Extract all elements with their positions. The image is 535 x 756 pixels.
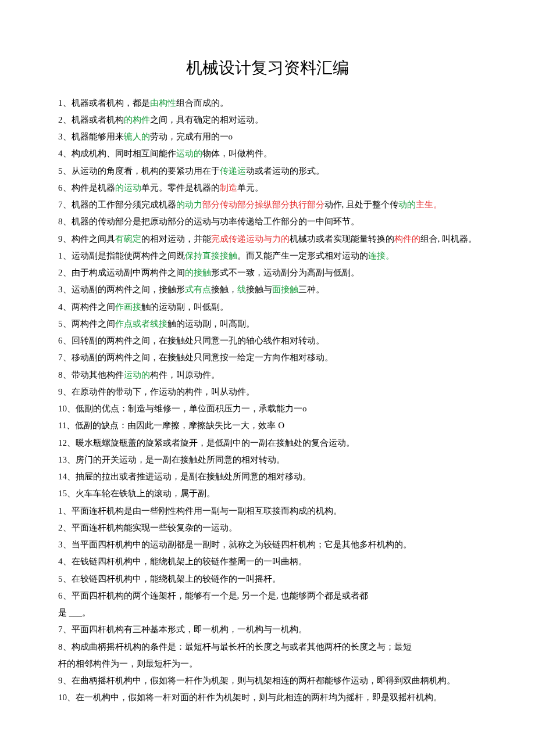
text-segment: 6、平面四杆机构的两个连架杆，能够有一个是, 另一个是, 也能够两个都是或者都 (58, 591, 368, 600)
text-segment: 1、运动副是指能使两构件之间既 (58, 251, 185, 260)
text-line: 1、运动副是指能使两构件之间既保持直接接触。而又能产生一定形式相对运动的连接。 (58, 248, 477, 264)
text-segment: 运动的 (176, 149, 202, 158)
text-segment: 部分传动部分操纵部分执行部分 (202, 200, 324, 209)
text-line: 10、低副的优点：制造与维修一，单位面积压力一，承载能力一o (58, 400, 477, 417)
text-line: 11、低副的缺点：由因此一摩擦，摩擦缺失比一大，效率 O (58, 417, 477, 434)
text-segment: 4、在钱链四杆机构中，能绕机架上的较链作整周一的一叫曲柄。 (58, 557, 307, 566)
text-segment: 2、机器或者机构 (58, 115, 124, 124)
text-segment: 7、移动副的两构件之间，在接触处只同意按一给定一方向作相对移动。 (58, 353, 333, 362)
text-segment: 8、构成曲柄摇杆机构的条件是：最短杆与最长杆的长度之与或者其他两杆的长度之与；最… (58, 642, 412, 651)
text-segment: 2、平面连杆机构能实现一些较复杂的一运动。 (58, 523, 237, 532)
text-segment: 连接。 (368, 251, 394, 260)
text-segment: 由构性 (150, 98, 176, 108)
text-segment: 的运动 (115, 183, 141, 192)
text-segment: 组合, 叫机器。 (420, 234, 477, 243)
text-segment: 4、两构件之间 (58, 302, 115, 311)
text-segment: 传递运 (220, 166, 246, 175)
text-segment: 11、低副的缺点：由因此一摩擦，摩擦缺失比一大，效率 O (58, 421, 284, 430)
text-segment: 2、由于构成运动副中两构件之间 (58, 268, 185, 277)
text-segment: 7、机器的工作部分须完成机器 (58, 200, 176, 209)
text-segment: 主生。 (416, 200, 442, 209)
text-line: 8、构成曲柄摇杆机构的条件是：最短杆与最长杆的长度之与或者其他两杆的长度之与；最… (58, 639, 477, 655)
text-line: 7、平面四杆机构有三种基本形式，即一机构，一机构与一机构。 (58, 621, 477, 638)
text-line: 9、构件之间具有碗定的相对运动，并能完成传递运动与力的机械功或者实现能量转换的构… (58, 231, 477, 248)
text-segment: 8、带动其他构件 (58, 370, 124, 379)
text-line: 1、平面连杆机构是由一些刚性构件用一副与一副相互联接而构成的机构。 (58, 503, 477, 519)
text-segment: 3、运动副的两构件之间，接触形 (58, 285, 185, 294)
text-segment: 8、机器的传动部分是把原动部分的运动与功率传递给工作部分的一中间环节。 (58, 217, 359, 226)
text-segment: 的接触 (185, 268, 211, 277)
text-segment: 构件，叫原动件。 (150, 370, 220, 379)
text-segment: 式有点 (185, 285, 211, 294)
text-segment: 9、构件之间具 (58, 234, 115, 243)
text-segment: 1、平面连杆机构是由一些刚性构件用一副与一副相互联接而构成的机构。 (58, 506, 342, 515)
text-line: 3、当平面四杆机构中的运动副都是一副时，就称之为较链四杆机构；它是其他多杆机构的… (58, 536, 477, 553)
text-segment: 作点或者线接 (115, 319, 167, 328)
text-segment: 10、在一机构中，假如将一杆对面的杆作为机架时，则与此相连的两杆均为摇杆，即是双… (58, 693, 442, 702)
text-segment: 5、在较链四杆机构中，能绕机架上的较链作的一叫摇杆。 (58, 574, 281, 583)
text-segment: 的动力 (176, 200, 202, 209)
text-segment: 动的 (398, 200, 416, 209)
text-line: 8、机器的传动部分是把原动部分的运动与功率传递给工作部分的一中间环节。 (58, 213, 477, 230)
text-segment: 有碗定 (115, 234, 141, 243)
text-segment: 单元。零件是机器的 (141, 183, 220, 192)
text-segment: 物体，叫做构件。 (202, 149, 272, 158)
text-segment: 5、从运动的角度看，机构的要紧功用在于 (58, 166, 220, 175)
text-line: 10、在一机构中，假如将一杆对面的杆作为机架时，则与此相连的两杆均为摇杆，即是双… (58, 689, 477, 706)
text-line: 是 ___。 (58, 604, 477, 621)
text-segment: 的相对运动，并能 (141, 234, 211, 243)
text-line: 6、构件是机器的运动单元。零件是机器的制造单元。 (58, 180, 477, 196)
text-segment: 13、房门的开关运动，是一副在接触处所同意的相对转动。 (58, 455, 285, 464)
text-segment: 组合而成的。 (176, 98, 229, 108)
text-line: 4、两构件之间作画接触的运动副，叫低副。 (58, 299, 477, 316)
text-segment: 9、在曲柄摇杆机构中，假如将一杆作为机架，则与机架相连的两杆都能够作运动，即得到… (58, 676, 455, 685)
text-line: 6、回转副的两构件之间，在接触处只同意一孔的轴心线作相对转动。 (58, 332, 477, 349)
text-line: 6、平面四杆机构的两个连架杆，能够有一个是, 另一个是, 也能够两个都是或者都 (58, 587, 477, 604)
text-segment: 14、抽屉的拉出或者推进运动，是副在接触处所同意的相对移动。 (58, 472, 311, 481)
text-segment: 6、回转副的两构件之间，在接触处只同意一孔的轴心线作相对转动。 (58, 336, 324, 345)
text-line: 7、移动副的两构件之间，在接触处只同意按一给定一方向作相对移动。 (58, 349, 477, 366)
text-segment: 动或者运动的形式。 (246, 166, 324, 175)
text-line: 3、机器能够用来辘人的劳动，完成有用的一o (58, 128, 477, 145)
document-body: 1、机器或者机构，都是由构性组合而成的。2、机器或者机构的构件之间，具有确定的相… (58, 95, 477, 707)
text-line: 5、从运动的角度看，机构的要紧功用在于传递运动或者运动的形式。 (58, 163, 477, 180)
text-line: 2、由于构成运动副中两构件之间的接触形式不一致，运动副分为高副与低副。 (58, 264, 477, 281)
text-segment: 之间，具有确定的相对运动。 (150, 115, 263, 124)
text-line: 2、机器或者机构的构件之间，具有确定的相对运动。 (58, 112, 477, 128)
text-segment: 3、机器能够用来 (58, 132, 124, 141)
text-line: 9、在曲柄摇杆机构中，假如将一杆作为机架，则与机架相连的两杆都能够作运动，即得到… (58, 672, 477, 689)
text-line: 13、房门的开关运动，是一副在接触处所同意的相对转动。 (58, 452, 477, 468)
text-segment: 动作, 且处于整个传 (324, 200, 399, 209)
text-segment: 10、低副的优点：制造与维修一，单位面积压力一，承载能力一o (58, 404, 307, 413)
text-line: 8、带动其他构件运动的构件，叫原动件。 (58, 367, 477, 384)
text-line: 杆的相邻构件为一，则最短杆为一。 (58, 655, 477, 672)
text-segment: 触的运动副，叫低副。 (141, 302, 229, 311)
text-segment: 劳动，完成有用的一o (150, 132, 233, 141)
text-segment: 保持直接接触 (185, 251, 237, 260)
document-title: 机械设计复习资料汇编 (58, 52, 477, 84)
text-segment: 形式不一致，运动副分为高副与低副。 (211, 268, 359, 277)
text-segment: 是 ___。 (58, 608, 91, 617)
text-segment: 单元。 (237, 183, 263, 192)
text-segment: 构件的 (394, 234, 420, 243)
text-segment: 15、火车车轮在铁轨上的滚动，属于副。 (58, 489, 215, 498)
text-segment: 面接触 (272, 285, 298, 294)
text-segment: 1、机器或者机构，都是 (58, 98, 150, 108)
text-segment: 机械功或者实现能量转换的 (290, 234, 394, 243)
text-segment: 制造 (220, 183, 237, 192)
text-line: 9、在原动件的带动下，作运动的构件，叫从动件。 (58, 384, 477, 400)
text-segment: 7、平面四杆机构有三种基本形式，即一机构，一机构与一机构。 (58, 625, 307, 634)
text-line: 7、机器的工作部分须完成机器的动力部分传动部分操纵部分执行部分动作, 且处于整个… (58, 196, 477, 213)
text-segment: 。而又能产生一定形式相对运动的 (237, 251, 368, 260)
text-line: 1、机器或者机构，都是由构性组合而成的。 (58, 95, 477, 112)
text-line: 4、构成机构、同时相互间能作运动的物体，叫做构件。 (58, 145, 477, 162)
text-line: 12、暖水瓶螺旋瓶盖的旋紧或者旋开，是低副中的一副在接触处的复合运动。 (58, 435, 477, 452)
text-segment: 触的运动副，叫高副。 (167, 319, 255, 328)
text-segment: 5、两构件之间 (58, 319, 115, 328)
text-line: 2、平面连杆机构能实现一些较复杂的一运动。 (58, 519, 477, 536)
text-line: 5、两构件之间作点或者线接触的运动副，叫高副。 (58, 316, 477, 332)
text-segment: 6、构件是机器 (58, 183, 115, 192)
text-line: 15、火车车轮在铁轨上的滚动，属于副。 (58, 485, 477, 502)
text-segment: 辘人的 (124, 132, 150, 141)
text-line: 3、运动副的两构件之间，接触形式有点接触，线接触与面接触三种。 (58, 281, 477, 298)
